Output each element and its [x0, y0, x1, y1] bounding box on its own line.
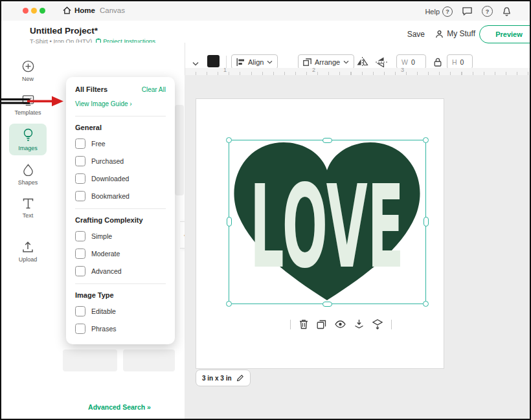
images-icon	[23, 128, 34, 142]
ruler-tick-label: 2	[312, 67, 315, 73]
checkbox[interactable]	[75, 266, 85, 276]
height-value: 0	[460, 58, 464, 66]
filter-option-bookmarked[interactable]: Bookmarked	[75, 191, 166, 201]
help-label: Help	[425, 8, 440, 16]
send-to-back-icon[interactable]	[354, 319, 364, 329]
height-field[interactable]: H 0	[447, 54, 473, 69]
annotation-arrow	[1, 94, 66, 109]
double-chevron-icon: »	[147, 403, 151, 411]
resize-handle-top-left[interactable]	[226, 137, 232, 143]
close-window-icon[interactable]	[23, 8, 28, 14]
width-label: W	[401, 58, 408, 66]
height-label: H	[452, 58, 457, 66]
resize-handle-bottom-middle[interactable]	[322, 302, 332, 307]
filters-title: All Filters	[75, 85, 107, 93]
artboard-size-badge[interactable]: 3 in x 3 in	[196, 370, 251, 386]
checkbox[interactable]	[75, 306, 85, 316]
resize-handle-top-middle[interactable]	[322, 138, 332, 143]
tab-canvas[interactable]: Canvas	[100, 6, 125, 14]
align-icon	[236, 58, 245, 66]
filter-option-downloaded[interactable]: Downloaded	[75, 173, 166, 184]
home-icon	[63, 6, 71, 14]
advanced-search-link[interactable]: Advanced Search »	[54, 403, 185, 411]
chevron-down-icon	[343, 60, 349, 64]
minimize-window-icon[interactable]	[31, 8, 37, 14]
new-plus-icon	[22, 60, 34, 72]
all-filters-dropdown: All Filters Clear All View Image Guide ›…	[66, 77, 175, 344]
checkbox[interactable]	[75, 156, 85, 166]
edit-pencil-icon[interactable]	[236, 374, 244, 382]
filter-option-phrases[interactable]: Phrases	[75, 324, 166, 334]
sidebar-item-label: Shapes	[18, 179, 38, 186]
checkbox[interactable]	[75, 324, 85, 334]
tab-home[interactable]: Home	[63, 6, 95, 14]
my-stuff-button[interactable]: My Stuff	[435, 29, 475, 38]
image-thumbnail	[123, 349, 175, 371]
maximize-window-icon[interactable]	[40, 8, 45, 14]
lock-ratio-icon[interactable]	[434, 58, 442, 67]
sidebar-item-label: Text	[23, 212, 34, 219]
checkbox[interactable]	[75, 231, 85, 241]
align-dropdown[interactable]: Align	[231, 54, 278, 69]
shapes-icon	[22, 164, 34, 176]
checkbox[interactable]	[75, 173, 85, 184]
divider	[290, 320, 291, 329]
hide-eye-icon[interactable]	[335, 320, 346, 328]
upload-icon	[22, 241, 34, 253]
resize-handle-bottom-left[interactable]	[226, 301, 232, 307]
checkbox[interactable]	[75, 138, 85, 149]
sidebar-item-shapes[interactable]: Shapes	[9, 159, 47, 190]
object-toolbar	[290, 319, 392, 329]
resize-handle-bottom-right[interactable]	[423, 301, 429, 307]
resize-handle-middle-right[interactable]	[424, 217, 429, 227]
resize-handle-middle-left[interactable]	[227, 217, 232, 227]
align-label: Align	[248, 58, 264, 66]
sidebar-item-images[interactable]: Images	[9, 124, 47, 155]
filter-option-editable[interactable]: Editable	[75, 306, 166, 316]
sidebar-item-upload[interactable]: Upload	[9, 237, 47, 267]
sidebar-item-label: New	[22, 76, 34, 82]
duplicate-icon[interactable]	[317, 320, 326, 329]
arrange-icon	[303, 58, 311, 66]
flip-horizontal-icon[interactable]	[356, 57, 368, 67]
support-icon[interactable]: ?	[482, 6, 493, 17]
arrange-dropdown[interactable]: Arrange	[298, 54, 354, 69]
chevron-down-icon[interactable]	[192, 61, 199, 66]
filter-option-purchased[interactable]: Purchased	[75, 156, 166, 166]
sidebar-item-text[interactable]: Text	[9, 193, 47, 223]
filter-option-simple[interactable]: Simple	[75, 231, 166, 241]
chat-icon[interactable]	[462, 6, 473, 16]
help-menu[interactable]: Help ?	[425, 6, 453, 17]
design-canvas[interactable]: LOVE	[185, 75, 530, 419]
sidebar-item-label: Templates	[14, 109, 41, 116]
flip-vertical-icon[interactable]	[376, 57, 387, 67]
tab-canvas-label: Canvas	[100, 6, 125, 14]
filter-option-free[interactable]: Free	[75, 138, 166, 149]
help-question-icon: ?	[442, 6, 453, 17]
checkbox[interactable]	[75, 191, 85, 201]
project-title: Untitled Project*	[30, 26, 98, 36]
app-window: Home Canvas Help ? ? Untitled Project* T…	[0, 0, 531, 420]
save-button[interactable]: Save	[407, 30, 425, 39]
preview-button[interactable]: Preview	[479, 25, 531, 43]
notifications-bell-icon[interactable]	[502, 6, 512, 17]
view-image-guide-link[interactable]: View Image Guide ›	[75, 100, 132, 107]
chevron-down-icon	[267, 60, 273, 64]
person-icon	[435, 30, 444, 38]
flatten-icon[interactable]	[372, 319, 383, 329]
color-swatch[interactable]	[207, 55, 220, 67]
arrange-label: Arrange	[315, 58, 340, 66]
checkbox[interactable]	[75, 249, 85, 259]
tab-home-label: Home	[74, 6, 95, 14]
clear-all-link[interactable]: Clear All	[142, 86, 166, 93]
sidebar-item-new[interactable]: New	[9, 56, 47, 86]
image-thumbnail	[63, 349, 117, 371]
filter-option-moderate[interactable]: Moderate	[75, 249, 166, 259]
ruler-tick-label: 1	[223, 67, 227, 73]
image-thumbnail	[175, 105, 184, 195]
resize-handle-top-right[interactable]	[423, 137, 429, 143]
selection-bounding-box[interactable]	[229, 140, 426, 304]
delete-icon[interactable]	[299, 319, 308, 329]
size-label: 3 in x 3 in	[202, 375, 232, 382]
filter-option-advanced[interactable]: Advanced	[75, 266, 166, 276]
